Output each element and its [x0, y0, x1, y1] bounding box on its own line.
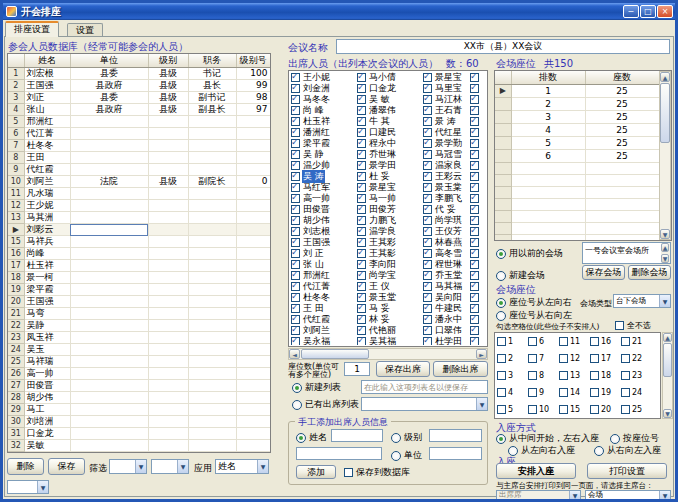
personnel-cell[interactable] [70, 260, 148, 272]
personnel-cell[interactable] [148, 284, 188, 296]
meeting-name-input[interactable]: XX市（县）XX会议 [336, 39, 670, 54]
seat-number-checkbox[interactable]: 1 [495, 337, 526, 346]
new-list-radio[interactable]: 新建列表 [292, 381, 341, 394]
personnel-cell[interactable] [148, 392, 188, 404]
personnel-cell[interactable]: 98 [236, 92, 270, 104]
personnel-cell[interactable] [70, 236, 148, 248]
personnel-cell[interactable] [188, 236, 236, 248]
personnel-cell[interactable]: 法院 [70, 176, 148, 188]
venue-cell[interactable] [585, 235, 659, 242]
personnel-cell[interactable] [188, 200, 236, 212]
row-header[interactable]: 6 [8, 128, 24, 140]
personnel-cell[interactable] [188, 212, 236, 224]
personnel-cell[interactable] [236, 248, 270, 260]
personnel-cell[interactable]: 县政府 [70, 104, 148, 116]
personnel-cell[interactable] [188, 416, 236, 428]
personnel-row[interactable]: ▶刘彩云 [8, 224, 270, 236]
personnel-row[interactable]: 17杜玉祥 [8, 260, 270, 272]
personnel-cell[interactable]: 王少妮 [24, 200, 70, 212]
personnel-row[interactable]: 6代江菁 [8, 128, 270, 140]
personnel-cell[interactable] [236, 224, 270, 236]
personnel-cell[interactable] [70, 308, 148, 320]
personnel-row[interactable]: 29马工 [8, 404, 270, 416]
personnel-cell[interactable]: 97 [236, 104, 270, 116]
personnel-cell[interactable]: 吴静 [24, 320, 70, 332]
personnel-cell[interactable] [188, 272, 236, 284]
attendee-hscrollbar[interactable]: ◄ ► [288, 348, 488, 360]
personnel-cell[interactable] [148, 248, 188, 260]
personnel-cell[interactable]: 马祥兵 [24, 236, 70, 248]
mode-ltr-radio[interactable]: 从左向右入座 [508, 444, 575, 457]
arrange-seating-button[interactable]: 安排入座 [496, 463, 576, 479]
save-attendance-button[interactable]: 保存出席 [376, 361, 430, 377]
close-button[interactable]: × [657, 5, 673, 18]
row-header[interactable]: 9 [8, 164, 24, 176]
personnel-cell[interactable]: 0 [236, 176, 270, 188]
personnel-row[interactable]: 4张山县政府县级副县长97 [8, 104, 270, 116]
seat-number-checkbox[interactable]: 18 [588, 371, 619, 380]
personnel-cell[interactable]: 梁平霞 [24, 284, 70, 296]
row-header[interactable]: 3 [8, 92, 24, 104]
personnel-cell[interactable] [188, 320, 236, 332]
personnel-row[interactable]: 12王少妮 [8, 200, 270, 212]
venue-cell[interactable]: 3 [511, 111, 585, 124]
personnel-row[interactable]: 9代红霞 [8, 164, 270, 176]
personnel-cell[interactable]: 王国强 [24, 80, 70, 92]
row-header[interactable] [495, 199, 511, 211]
row-header[interactable]: 1 [8, 68, 24, 80]
row-header[interactable] [495, 163, 511, 175]
personnel-cell[interactable] [236, 416, 270, 428]
personnel-cell[interactable] [188, 128, 236, 140]
personnel-cell[interactable]: 刘彩云 [24, 224, 70, 236]
row-header[interactable]: 30 [8, 416, 24, 428]
seat-number-checkbox[interactable]: 2 [495, 354, 526, 363]
seat-number-checkbox[interactable]: 21 [619, 337, 650, 346]
row-header[interactable]: 4 [8, 104, 24, 116]
venue-cell[interactable]: 2 [511, 98, 585, 111]
seat-number-checkbox[interactable]: 11 [557, 337, 588, 346]
row-header[interactable]: 26 [8, 368, 24, 380]
row-header[interactable] [495, 124, 511, 137]
personnel-cell[interactable]: 副县长 [188, 104, 236, 116]
personnel-cell[interactable] [70, 248, 148, 260]
print-settings-button[interactable]: 打印设置 [587, 463, 667, 479]
seat-number-checkbox[interactable]: 3 [495, 371, 526, 380]
personnel-cell[interactable]: 副书记 [188, 92, 236, 104]
row-header[interactable]: 24 [8, 344, 24, 356]
delete-attendance-button[interactable]: 删除出席 [433, 361, 488, 377]
venue-cell[interactable] [585, 163, 659, 175]
scroll-up-icon[interactable]: ▲ [660, 72, 670, 82]
venue-row[interactable] [495, 175, 659, 187]
scroll-thumb[interactable] [660, 83, 670, 143]
personnel-cell[interactable] [188, 224, 236, 236]
seat-grid-vscrollbar[interactable]: ▲ ▼ [662, 332, 673, 419]
row-header[interactable]: 12 [8, 200, 24, 212]
use-previous-venue-radio[interactable]: 用以前的会场 [496, 247, 563, 260]
personnel-cell[interactable] [188, 164, 236, 176]
venue-row[interactable] [495, 187, 659, 199]
venue-cell[interactable] [585, 175, 659, 187]
personnel-cell[interactable] [148, 356, 188, 368]
col-header-name[interactable]: 姓名 [24, 54, 70, 68]
manual-level-input[interactable] [429, 429, 482, 442]
personnel-cell[interactable] [148, 452, 188, 454]
delete-venue-button[interactable]: 删除会场 [628, 265, 671, 280]
row-header[interactable]: ▶ [495, 85, 511, 98]
row-header[interactable]: 21 [8, 308, 24, 320]
venue-row[interactable] [495, 211, 659, 223]
venue-cell[interactable] [511, 235, 585, 242]
personnel-cell[interactable]: 马弯 [24, 308, 70, 320]
save-venue-button[interactable]: 保存会场 [582, 265, 625, 280]
personnel-cell[interactable] [236, 452, 270, 454]
personnel-cell[interactable] [148, 116, 188, 128]
personnel-cell[interactable] [236, 152, 270, 164]
personnel-cell[interactable] [188, 392, 236, 404]
personnel-cell[interactable] [148, 368, 188, 380]
seat-number-checkbox[interactable]: 19 [588, 388, 619, 397]
seat-number-checkbox[interactable]: 5 [495, 405, 526, 414]
seat-number-checkbox[interactable]: 14 [557, 388, 588, 397]
scroll-down-icon[interactable]: ▼ [660, 229, 670, 239]
personnel-cell[interactable]: 马祥瑞 [24, 356, 70, 368]
mode-rtl-radio[interactable]: 从右向左入座 [594, 444, 661, 457]
seat-number-checkbox[interactable]: 17 [588, 354, 619, 363]
